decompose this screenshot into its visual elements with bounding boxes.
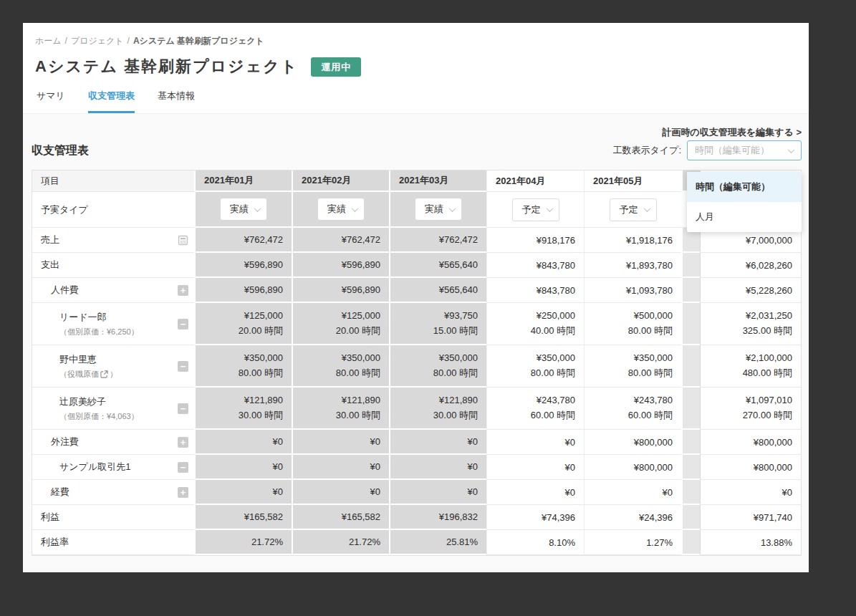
tab-summary[interactable]: サマリ xyxy=(37,90,65,113)
expand-row-button[interactable]: + xyxy=(178,437,188,448)
partial-month-cell xyxy=(681,303,700,345)
value-cell-jan: ¥762,472 xyxy=(194,228,292,253)
chevron-down-icon xyxy=(254,205,261,212)
type-row: 予実タイプ 実績 実績 実績 予定 予定 xyxy=(32,192,801,228)
value-cell-apr[interactable]: 8.10% xyxy=(486,530,584,555)
value-cell-feb: ¥596,890 xyxy=(292,278,389,303)
value-cell-feb: ¥762,472 xyxy=(292,228,389,253)
edit-planned-table-link[interactable]: 計画時の収支管理表を編集する > xyxy=(663,127,802,138)
dropdown-option-manmonth[interactable]: 人月 xyxy=(687,202,802,232)
table-row: 利益率 + − 21.72% 21.72% 25.81% xyxy=(32,530,801,555)
chevron-down-icon xyxy=(788,146,795,153)
type-select-apr[interactable]: 予定 xyxy=(512,198,559,221)
partial-month-cell xyxy=(681,388,700,430)
value-cell-mar: ¥93,75015.00 時間 xyxy=(389,303,486,345)
total-cell: ¥800,000 xyxy=(700,430,801,455)
value-cell-feb: ¥165,582 xyxy=(292,505,389,530)
value-cell-may[interactable]: ¥1,893,780 xyxy=(584,253,681,278)
row-label: リード一郎 xyxy=(59,311,140,324)
partial-month-cell xyxy=(681,480,700,505)
type-select-may[interactable]: 予定 xyxy=(610,198,657,221)
table-row: 支出 + − ¥596,890 ¥596,890 ¥565,640 xyxy=(32,253,801,278)
value-cell-apr[interactable]: ¥0 xyxy=(486,430,584,455)
row-label-cell: 売上 + − xyxy=(32,228,194,253)
row-label: 人件費 xyxy=(51,284,79,297)
chevron-down-icon xyxy=(546,205,553,212)
row-label-cell: リード一郎 （個別原価：¥6,250） + − xyxy=(32,303,194,345)
value-cell-apr[interactable]: ¥243,78060.00 時間 xyxy=(486,388,584,430)
collapse-row-button[interactable]: − xyxy=(178,403,188,414)
external-link-icon[interactable] xyxy=(100,370,108,378)
value-cell-apr[interactable]: ¥350,00080.00 時間 xyxy=(486,345,584,388)
row-sublabel: （個別原価：¥6,250） xyxy=(59,327,140,337)
row-label: 利益 xyxy=(41,511,59,524)
partial-month-cell xyxy=(681,505,700,530)
row-sublabel: （個別原価：¥4,063） xyxy=(59,411,140,422)
value-cell-apr[interactable]: ¥843,780 xyxy=(486,278,584,303)
value-cell-apr[interactable]: ¥843,780 xyxy=(486,253,584,278)
value-cell-may[interactable]: ¥1,918,176 xyxy=(584,228,681,253)
tab-budget-table[interactable]: 収支管理表 xyxy=(88,90,135,113)
table-row: 野中里恵 （役職原価 ） + − ¥350,00080.00 時間 ¥350, xyxy=(32,345,801,388)
value-cell-jan: ¥121,89030.00 時間 xyxy=(194,388,292,430)
value-cell-feb: ¥0 xyxy=(292,480,389,505)
value-cell-mar: ¥350,00080.00 時間 xyxy=(389,345,486,388)
chevron-down-icon xyxy=(449,205,456,212)
collapse-row-button[interactable]: − xyxy=(178,361,188,372)
calculator-icon[interactable] xyxy=(178,235,188,246)
row-sublabel: （役職原価 ） xyxy=(59,369,117,380)
value-cell-may[interactable]: ¥800,000 xyxy=(584,455,681,480)
value-cell-may[interactable]: ¥800,000 xyxy=(584,430,681,455)
type-row-label: 予実タイプ xyxy=(32,192,194,228)
value-cell-may[interactable]: 1.27% xyxy=(584,530,681,555)
value-cell-jan: ¥0 xyxy=(194,455,292,480)
total-cell: ¥6,028,260 xyxy=(700,253,801,278)
partial-month-cell xyxy=(681,430,700,455)
value-cell-may[interactable]: ¥243,78060.00 時間 xyxy=(584,388,681,430)
value-cell-jan: ¥596,890 xyxy=(194,278,292,303)
value-cell-mar: ¥121,89030.00 時間 xyxy=(389,388,486,430)
total-cell: 13.88% xyxy=(700,530,801,555)
partial-month-cell xyxy=(681,253,700,278)
total-cell: ¥0 xyxy=(700,480,801,505)
tab-basic-info[interactable]: 基本情報 xyxy=(158,90,195,113)
table-row: 売上 + − ¥762,472 ¥762,472 ¥762,472 xyxy=(32,228,801,253)
value-cell-apr[interactable]: ¥250,00040.00 時間 xyxy=(486,303,584,345)
partial-month-cell xyxy=(681,455,700,480)
type-select-feb[interactable]: 実績 xyxy=(318,198,364,220)
breadcrumb-separator: / xyxy=(128,36,130,46)
collapse-row-button[interactable]: − xyxy=(178,462,188,473)
row-label: 利益率 xyxy=(41,536,69,549)
breadcrumb-home[interactable]: ホーム xyxy=(35,36,62,46)
breadcrumb-projects[interactable]: プロジェクト xyxy=(71,36,124,46)
value-cell-may[interactable]: ¥350,00080.00 時間 xyxy=(584,345,681,388)
page-title: Aシステム 基幹刷新プロジェクト xyxy=(35,56,298,77)
value-cell-apr[interactable]: ¥0 xyxy=(486,480,584,505)
collapse-row-button[interactable]: − xyxy=(178,319,188,329)
total-cell: ¥5,228,260 xyxy=(700,278,801,303)
value-cell-may[interactable]: ¥1,093,780 xyxy=(584,278,681,303)
value-cell-mar: ¥0 xyxy=(389,455,486,480)
table-row: 人件費 + − ¥596,890 ¥596,890 ¥565,64 xyxy=(32,278,801,303)
value-cell-may[interactable]: ¥0 xyxy=(584,480,681,505)
type-select-mar[interactable]: 実績 xyxy=(415,198,461,220)
expand-row-button[interactable]: + xyxy=(178,285,188,296)
value-cell-apr[interactable]: ¥0 xyxy=(486,455,584,480)
partial-month-cell xyxy=(681,345,700,388)
value-cell-feb: 21.72% xyxy=(292,530,389,555)
value-cell-apr[interactable]: ¥918,176 xyxy=(486,228,584,253)
expand-row-button[interactable]: + xyxy=(178,487,188,498)
display-type-select[interactable]: 時間（編集可能） xyxy=(687,140,802,160)
value-cell-feb: ¥0 xyxy=(292,430,389,455)
dropdown-option-time[interactable]: 時間（編集可能） xyxy=(687,172,802,202)
partial-month-cell xyxy=(681,530,700,555)
row-label: 野中里恵 xyxy=(59,353,117,366)
value-cell-apr[interactable]: ¥74,396 xyxy=(486,505,584,530)
row-label: 支出 xyxy=(41,259,59,271)
table-header-row: 項目 2021年01月 2021年02月 2021年03月 2021年04月 2… xyxy=(32,170,801,192)
type-select-jan[interactable]: 実績 xyxy=(221,198,266,220)
value-cell-may[interactable]: ¥24,396 xyxy=(584,505,681,530)
partial-month-cell xyxy=(681,278,700,303)
header-month-mar: 2021年03月 xyxy=(389,170,486,192)
value-cell-may[interactable]: ¥500,00080.00 時間 xyxy=(584,303,681,345)
